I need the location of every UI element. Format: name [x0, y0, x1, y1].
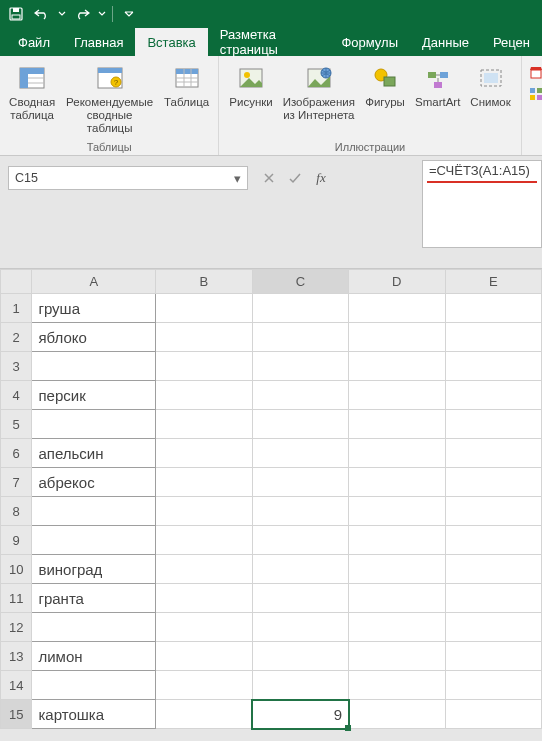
tab-page-layout[interactable]: Разметка страницы	[208, 28, 330, 56]
tab-data[interactable]: Данные	[410, 28, 481, 56]
tab-formulas[interactable]: Формулы	[329, 28, 410, 56]
cell[interactable]: лимон	[32, 642, 156, 671]
enter-formula-button[interactable]	[282, 166, 308, 190]
select-all-corner[interactable]	[1, 270, 32, 294]
tab-review[interactable]: Рецен	[481, 28, 542, 56]
cell[interactable]	[32, 410, 156, 439]
cell[interactable]	[156, 526, 252, 555]
row-header[interactable]: 15	[1, 700, 32, 729]
cell[interactable]	[445, 555, 541, 584]
cell[interactable]: 9	[252, 700, 348, 729]
cell[interactable]	[252, 584, 348, 613]
cell[interactable]	[252, 555, 348, 584]
cell[interactable]	[252, 613, 348, 642]
row-header[interactable]: 11	[1, 584, 32, 613]
shapes-button[interactable]: Фигуры	[361, 60, 409, 126]
formula-input[interactable]: =СЧЁТЗ(A1:A15)	[422, 160, 542, 248]
customize-qat-icon[interactable]	[117, 3, 141, 25]
cell[interactable]	[156, 497, 252, 526]
cell[interactable]	[445, 700, 541, 729]
col-header-e[interactable]: E	[445, 270, 541, 294]
table-button[interactable]: Таблица	[161, 60, 212, 126]
row-header[interactable]: 10	[1, 555, 32, 584]
cell[interactable]: абрекос	[32, 468, 156, 497]
pictures-button[interactable]: Рисунки	[225, 60, 276, 126]
row-header[interactable]: 13	[1, 642, 32, 671]
tab-file[interactable]: Файл	[6, 28, 62, 56]
cell[interactable]	[252, 671, 348, 700]
cell[interactable]: груша	[32, 294, 156, 323]
cell[interactable]	[156, 584, 252, 613]
cell[interactable]	[349, 439, 445, 468]
cell[interactable]	[349, 671, 445, 700]
row-header[interactable]: 6	[1, 439, 32, 468]
cell[interactable]	[156, 700, 252, 729]
cell[interactable]	[156, 642, 252, 671]
cell[interactable]	[32, 671, 156, 700]
cell[interactable]	[252, 642, 348, 671]
cell[interactable]	[445, 584, 541, 613]
redo-icon[interactable]	[70, 3, 94, 25]
cell[interactable]	[445, 497, 541, 526]
row-header[interactable]: 1	[1, 294, 32, 323]
cell[interactable]: гранта	[32, 584, 156, 613]
cell[interactable]	[349, 555, 445, 584]
cell[interactable]	[252, 439, 348, 468]
cell[interactable]	[349, 642, 445, 671]
cell[interactable]	[349, 526, 445, 555]
cell[interactable]	[445, 526, 541, 555]
cell[interactable]	[445, 294, 541, 323]
tab-home[interactable]: Главная	[62, 28, 135, 56]
cell[interactable]	[252, 526, 348, 555]
insert-function-button[interactable]: fx	[308, 166, 334, 190]
cell[interactable]	[349, 323, 445, 352]
cell[interactable]	[445, 323, 541, 352]
cell[interactable]	[32, 613, 156, 642]
cancel-formula-button[interactable]	[256, 166, 282, 190]
row-header[interactable]: 14	[1, 671, 32, 700]
row-header[interactable]: 9	[1, 526, 32, 555]
undo-icon[interactable]	[30, 3, 54, 25]
cell[interactable]: персик	[32, 381, 156, 410]
undo-dropdown-icon[interactable]	[56, 3, 68, 25]
cell[interactable]	[32, 526, 156, 555]
cell[interactable]	[156, 323, 252, 352]
cell[interactable]	[349, 410, 445, 439]
cell[interactable]	[32, 352, 156, 381]
smartart-button[interactable]: SmartArt	[411, 60, 464, 126]
cell[interactable]	[32, 497, 156, 526]
cell[interactable]	[252, 410, 348, 439]
cell[interactable]	[445, 381, 541, 410]
cell[interactable]	[156, 439, 252, 468]
cell[interactable]	[349, 584, 445, 613]
cell[interactable]	[156, 613, 252, 642]
cell[interactable]	[252, 323, 348, 352]
cell[interactable]	[252, 352, 348, 381]
row-header[interactable]: 5	[1, 410, 32, 439]
cell[interactable]	[349, 468, 445, 497]
cell[interactable]	[445, 468, 541, 497]
cell[interactable]	[252, 294, 348, 323]
cell[interactable]	[445, 613, 541, 642]
cell[interactable]	[349, 381, 445, 410]
save-icon[interactable]	[4, 3, 28, 25]
cell[interactable]	[445, 352, 541, 381]
row-header[interactable]: 8	[1, 497, 32, 526]
col-header-a[interactable]: A	[32, 270, 156, 294]
pivot-table-button[interactable]: Сводная таблица	[6, 60, 58, 126]
row-header[interactable]: 3	[1, 352, 32, 381]
cell[interactable]	[156, 555, 252, 584]
row-header[interactable]: 12	[1, 613, 32, 642]
name-box[interactable]: C15 ▾	[8, 166, 248, 190]
row-header[interactable]: 7	[1, 468, 32, 497]
row-header[interactable]: 2	[1, 323, 32, 352]
online-pictures-button[interactable]: Изображения из Интернета	[279, 60, 359, 126]
row-header[interactable]: 4	[1, 381, 32, 410]
name-box-dropdown-icon[interactable]: ▾	[234, 171, 241, 186]
col-header-b[interactable]: B	[156, 270, 252, 294]
cell[interactable]	[156, 294, 252, 323]
cell[interactable]	[349, 352, 445, 381]
redo-dropdown-icon[interactable]	[96, 3, 108, 25]
spreadsheet[interactable]: A B C D E 1груша2яблоко34персик56апельси…	[0, 268, 542, 729]
cell[interactable]	[156, 410, 252, 439]
